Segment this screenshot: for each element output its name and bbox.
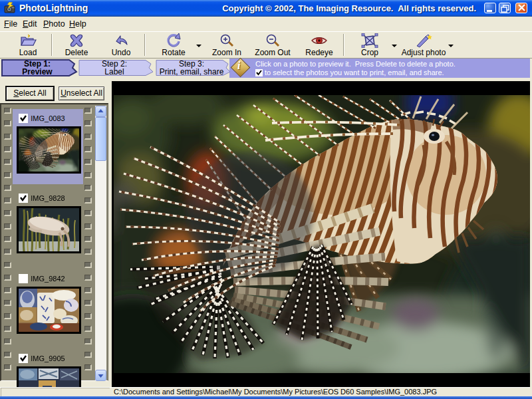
svg-text:Print, email, share: Print, email, share bbox=[160, 67, 224, 76]
svg-text:Preview: Preview bbox=[22, 67, 53, 76]
svg-text:Label: Label bbox=[104, 67, 124, 76]
